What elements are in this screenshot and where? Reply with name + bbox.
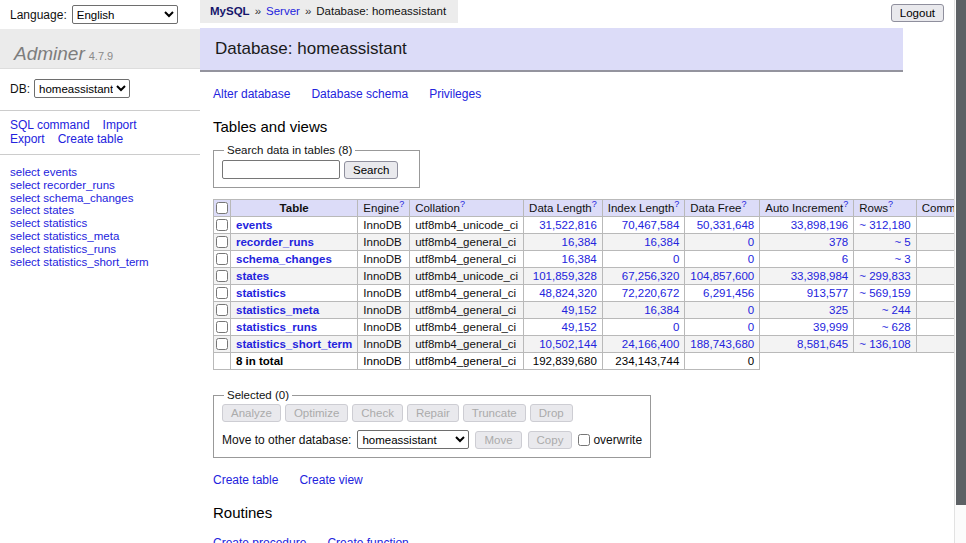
cell-data-length-link[interactable]: 16,384 [562, 236, 597, 248]
link-create-procedure[interactable]: Create procedure [213, 536, 306, 543]
copy-button[interactable]: Copy [528, 431, 573, 449]
link-create-view[interactable]: Create view [299, 473, 362, 487]
repair-button[interactable]: Repair [407, 404, 459, 422]
move-db-select[interactable]: homeassistant [357, 430, 469, 449]
select-all-checkbox[interactable] [216, 202, 228, 214]
cell-data-free-link[interactable]: 0 [748, 253, 754, 265]
help-link[interactable]: ? [460, 200, 465, 210]
breadcrumb-server-link[interactable]: Server [266, 5, 300, 17]
row-checkbox-recorder-runs[interactable] [216, 236, 228, 248]
overwrite-checkbox[interactable] [578, 434, 590, 446]
sidebar-select-recorder-runs[interactable]: select recorder_runs [10, 179, 190, 192]
cell-rows-link[interactable]: ~ 5 [894, 236, 910, 248]
cell-table-name-link[interactable]: states [236, 270, 269, 282]
cell-auto-increment-link[interactable]: 6 [842, 253, 848, 265]
sidebar-link-export[interactable]: Export [10, 132, 45, 146]
cell-data-free-link[interactable]: 0 [748, 236, 754, 248]
cell-data-length-link[interactable]: 101,859,328 [533, 270, 597, 282]
optimize-button[interactable]: Optimize [285, 404, 348, 422]
cell-index-length-link[interactable]: 16,384 [644, 236, 679, 248]
cell-auto-increment-link[interactable]: 913,577 [807, 287, 849, 299]
cell-rows-link[interactable]: ~ 299,833 [859, 270, 910, 282]
cell-index-length-link[interactable]: 70,467,584 [622, 219, 680, 231]
cell-data-free-link[interactable]: 188,743,680 [690, 338, 754, 350]
cell-data-free-link[interactable]: 50,331,648 [697, 219, 755, 231]
cell-index-length-link[interactable]: 0 [673, 321, 679, 333]
cell-index-length-link[interactable]: 0 [673, 253, 679, 265]
cell-table-name-link[interactable]: schema_changes [236, 253, 332, 265]
row-checkbox-statistics-meta[interactable] [216, 304, 228, 316]
row-checkbox-events[interactable] [216, 219, 228, 231]
cell-index-length-link[interactable]: 24,166,400 [622, 338, 680, 350]
help-link[interactable]: ? [674, 200, 679, 210]
sidebar-select-statistics-meta[interactable]: select statistics_meta [10, 230, 190, 243]
sidebar-select-statistics[interactable]: select statistics [10, 217, 190, 230]
cell-data-length-link[interactable]: 10,502,144 [539, 338, 597, 350]
cell-data-free-link[interactable]: 104,857,600 [690, 270, 754, 282]
search-input[interactable] [222, 160, 340, 179]
cell-auto-increment-link[interactable]: 325 [829, 304, 848, 316]
cell-data-free-link[interactable]: 0 [748, 321, 754, 333]
cell-rows-link[interactable]: ~ 136,108 [859, 338, 910, 350]
cell-data-free-link[interactable]: 0 [748, 304, 754, 316]
sidebar-select-events[interactable]: select events [10, 166, 190, 179]
cell-table-name-link[interactable]: statistics_short_term [236, 338, 352, 350]
cell-rows-link[interactable]: ~ 3 [894, 253, 910, 265]
sidebar-select-statistics-short-term[interactable]: select statistics_short_term [10, 256, 190, 269]
link-alter-database[interactable]: Alter database [213, 87, 290, 101]
cell-table-name-link[interactable]: recorder_runs [236, 236, 314, 248]
check-button[interactable]: Check [352, 404, 403, 422]
help-link[interactable]: ? [592, 200, 597, 210]
cell-index-length-link[interactable]: 16,384 [644, 304, 679, 316]
row-checkbox-states[interactable] [216, 270, 228, 282]
help-link[interactable]: ? [399, 200, 404, 210]
row-checkbox-statistics-short-term[interactable] [216, 338, 228, 350]
cell-data-length-link[interactable]: 48,824,320 [539, 287, 597, 299]
help-link[interactable]: ? [741, 200, 746, 210]
cell-index-length-link[interactable]: 67,256,320 [622, 270, 680, 282]
link-create-table[interactable]: Create table [213, 473, 278, 487]
scrollbar-thumb[interactable] [956, 0, 966, 505]
cell-auto-increment-link[interactable]: 8,581,645 [797, 338, 848, 350]
cell-table-name-link[interactable]: statistics_meta [236, 304, 319, 316]
cell-auto-increment-link[interactable]: 39,999 [813, 321, 848, 333]
sidebar-link-import[interactable]: Import [103, 118, 137, 132]
move-button[interactable]: Move [475, 431, 521, 449]
cell-rows-link[interactable]: ~ 244 [882, 304, 911, 316]
cell-rows-link[interactable]: ~ 312,180 [859, 219, 910, 231]
db-select[interactable]: homeassistant [34, 79, 130, 98]
cell-rows-link[interactable]: ~ 569,159 [859, 287, 910, 299]
logout-button[interactable]: Logout [891, 4, 944, 22]
cell-auto-increment-link[interactable]: 33,898,196 [791, 219, 849, 231]
cell-table-name-link[interactable]: statistics_runs [236, 321, 317, 333]
sidebar-link-create-table[interactable]: Create table [58, 132, 123, 146]
help-link[interactable]: ? [843, 200, 848, 210]
cell-table-name-link[interactable]: events [236, 219, 272, 231]
link-database-schema[interactable]: Database schema [311, 87, 408, 101]
cell-auto-increment-link[interactable]: 33,398,984 [791, 270, 849, 282]
scrollbar[interactable] [954, 0, 966, 543]
cell-data-length-link[interactable]: 49,152 [562, 321, 597, 333]
sidebar-link-sql-command[interactable]: SQL command [10, 118, 90, 132]
sidebar-select-statistics-runs[interactable]: select statistics_runs [10, 243, 190, 256]
cell-data-free-link[interactable]: 6,291,456 [703, 287, 754, 299]
cell-auto-increment-link[interactable]: 378 [829, 236, 848, 248]
cell-data-length-link[interactable]: 16,384 [562, 253, 597, 265]
cell-data-length-link[interactable]: 49,152 [562, 304, 597, 316]
row-checkbox-statistics-runs[interactable] [216, 321, 228, 333]
sidebar-select-states[interactable]: select states [10, 204, 190, 217]
breadcrumb-root-link[interactable]: MySQL [210, 5, 250, 17]
cell-rows-link[interactable]: ~ 628 [882, 321, 911, 333]
help-link[interactable]: ? [888, 200, 893, 210]
sidebar-select-schema-changes[interactable]: select schema_changes [10, 192, 190, 205]
search-button[interactable]: Search [344, 161, 398, 179]
row-checkbox-schema-changes[interactable] [216, 253, 228, 265]
cell-table-name-link[interactable]: statistics [236, 287, 286, 299]
cell-data-length-link[interactable]: 31,522,816 [539, 219, 597, 231]
language-select[interactable]: English [72, 5, 178, 24]
drop-button[interactable]: Drop [530, 404, 573, 422]
truncate-button[interactable]: Truncate [463, 404, 526, 422]
cell-index-length-link[interactable]: 72,220,672 [622, 287, 680, 299]
row-checkbox-statistics[interactable] [216, 287, 228, 299]
analyze-button[interactable]: Analyze [222, 404, 281, 422]
